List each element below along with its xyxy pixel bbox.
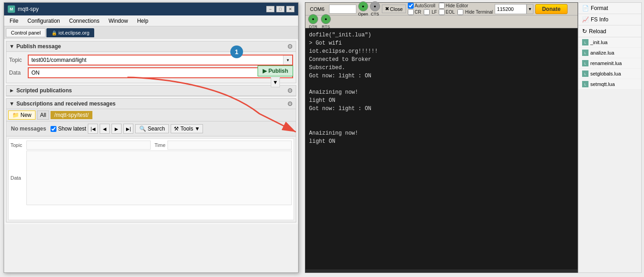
file-item-analize[interactable]: L analize.lua	[578, 48, 641, 58]
console-line-4: Subscribed.	[309, 64, 574, 72]
lua-file-icon: L	[582, 60, 588, 66]
baud-dropdown-button[interactable]: ▼	[527, 4, 533, 14]
donate-button[interactable]: Donate	[535, 4, 568, 14]
console-line-10	[309, 113, 574, 121]
topic-label: Topic	[9, 57, 25, 63]
autoscroll-checkbox[interactable]	[408, 3, 414, 9]
cts-group: ● CTS	[370, 1, 380, 16]
rts-indicator: ●	[321, 14, 331, 24]
show-latest-checkbox[interactable]	[51, 126, 56, 132]
console-line-2: iot.eclipse.org!!!!!!	[309, 47, 574, 55]
dtr-label: DTR	[309, 25, 318, 29]
open-label: Open	[358, 12, 368, 16]
all-filter-button[interactable]: All	[37, 111, 49, 120]
serial-toolbar2: ● DTR ● RTS	[305, 15, 578, 28]
main-content: ▼ Publish message ⚙ Topic ▼ Data	[4, 39, 298, 224]
hide-editor-checkbox[interactable]	[439, 3, 445, 9]
fs-info-button[interactable]: 📈 FS Info	[578, 14, 641, 25]
subs-toolbar2: No messages Show latest |◀ ◀ ▶ ▶| 🔍 Sear…	[6, 121, 296, 136]
file-panel: 📄 Format 📈 FS Info ↻ Reload L _init.lua …	[578, 2, 642, 273]
window-controls: – □ ✕	[266, 6, 294, 12]
time-detail-value	[167, 141, 292, 150]
tools-button[interactable]: ⚒ Tools ▼	[171, 124, 203, 133]
new-subscription-button[interactable]: 📁 New	[8, 111, 35, 120]
lua-file-icon: L	[582, 50, 588, 56]
subs-section-header[interactable]: ▼ Subscriptions and received messages ⚙	[6, 99, 296, 109]
publish-button[interactable]: ▶ Publish	[258, 65, 293, 76]
publish-dropdown-button[interactable]: ▼	[271, 77, 280, 87]
topic-input[interactable]	[29, 55, 283, 65]
publish-section: ▼ Publish message ⚙ Topic ▼ Data	[6, 41, 296, 83]
open-group: ● Open	[358, 1, 368, 16]
com-port-dropdown[interactable]	[329, 5, 356, 14]
minimize-button[interactable]: –	[266, 6, 274, 12]
subscriptions-section: ▼ Subscriptions and received messages ⚙ …	[6, 98, 296, 222]
tab-control-panel[interactable]: Control panel	[6, 28, 46, 37]
time-detail-label: Time	[154, 142, 165, 148]
reload-icon: ↻	[582, 28, 587, 35]
scripted-section-title: ► Scripted publications	[9, 87, 72, 94]
nav-first-button[interactable]: |◀	[88, 124, 98, 134]
data-input[interactable]	[29, 68, 202, 77]
triangle-down-icon: ▼	[9, 101, 15, 107]
console-line-12: Anaizining now!	[309, 129, 574, 137]
publish-section-title: ▼ Publish message	[9, 43, 61, 50]
console-line-3: Connected to Broker	[309, 55, 574, 64]
publish-icon: ▶	[263, 68, 267, 74]
menu-window[interactable]: Window	[105, 17, 132, 25]
nav-prev-button[interactable]: ◀	[100, 124, 110, 134]
console-line-0: dofile("_init.lua")	[309, 31, 574, 39]
close-button[interactable]: ✕	[286, 6, 294, 12]
file-item-setmqtt[interactable]: L setmqtt.lua	[578, 79, 641, 90]
hide-editor-label: Hide Editor	[446, 3, 468, 8]
format-icon: 📄	[582, 5, 589, 11]
cr-checkbox[interactable]	[408, 9, 414, 15]
menu-connections[interactable]: Connections	[66, 17, 103, 25]
dtr-group: ● DTR	[308, 14, 318, 29]
subs-gear-icon[interactable]: ⚙	[287, 100, 293, 107]
file-item-setglobals[interactable]: L setglobals.lua	[578, 69, 641, 79]
hide-terminal-checkbox[interactable]	[457, 9, 463, 15]
open-button-indicator: ●	[358, 1, 368, 11]
format-button[interactable]: 📄 Format	[578, 3, 641, 14]
menu-file[interactable]: File	[6, 17, 22, 25]
data-row: Data	[9, 67, 293, 78]
window-titlebar: M mqtt-spy – □ ✕	[4, 3, 298, 15]
scripted-section-header[interactable]: ► Scripted publications ⚙	[6, 86, 296, 96]
message-detail: Topic Time Data	[8, 138, 294, 220]
console-line-8: light ON	[309, 96, 574, 105]
console-line-9: Got now: light : ON	[309, 105, 574, 113]
menu-help[interactable]: Help	[133, 17, 152, 25]
serial-toolbar: COM6 ● Open ● CTS ✖ Close AutoScroll CR …	[305, 3, 578, 15]
filter-tag-button[interactable]: /mqtt-spy/test/	[51, 111, 92, 119]
search-button[interactable]: 🔍 Search	[135, 124, 169, 133]
maximize-button[interactable]: □	[276, 6, 284, 12]
file-item-init[interactable]: L _init.lua	[578, 37, 641, 48]
lf-checkbox[interactable]	[424, 9, 430, 15]
tab-iot[interactable]: 🔒 iot.eclipse.org	[46, 28, 94, 37]
data-input-container	[28, 67, 293, 78]
publish-gear-icon[interactable]: ⚙	[287, 43, 293, 50]
tab-bar: Control panel 🔒 iot.eclipse.org	[4, 26, 298, 39]
serial-console[interactable]: dofile("_init.lua") > Got wifi iot.eclip…	[305, 28, 578, 269]
menu-configuration[interactable]: Configuration	[24, 17, 63, 25]
publish-section-controls: ⚙	[287, 43, 293, 50]
data-detail-row: Data	[10, 151, 292, 205]
file-item-renameinit[interactable]: L renameinit.lua	[578, 58, 641, 69]
publish-btn-area: ▶ Publish ▼	[258, 65, 293, 87]
eol-checkbox[interactable]	[439, 9, 445, 15]
scripted-gear-icon[interactable]: ⚙	[287, 87, 293, 94]
cr-row: CR LF	[408, 9, 437, 15]
subs-toolbar: 📁 New All /mqtt-spy/test/	[6, 109, 296, 121]
fs-info-icon: 📈	[582, 16, 589, 23]
nav-next-button[interactable]: ▶	[112, 124, 122, 134]
data-detail-value	[26, 151, 292, 205]
reload-button[interactable]: ↻ Reload	[578, 25, 641, 37]
topic-dropdown-arrow[interactable]: ▼	[283, 55, 292, 65]
baud-rate-input[interactable]	[495, 4, 527, 14]
nav-last-button[interactable]: ▶|	[123, 124, 133, 134]
console-line-1: > Got wifi	[309, 39, 574, 47]
topic-detail-label: Topic	[10, 142, 26, 148]
publish-section-header[interactable]: ▼ Publish message ⚙	[6, 41, 296, 52]
close-button[interactable]: ✖ Close	[382, 5, 406, 13]
